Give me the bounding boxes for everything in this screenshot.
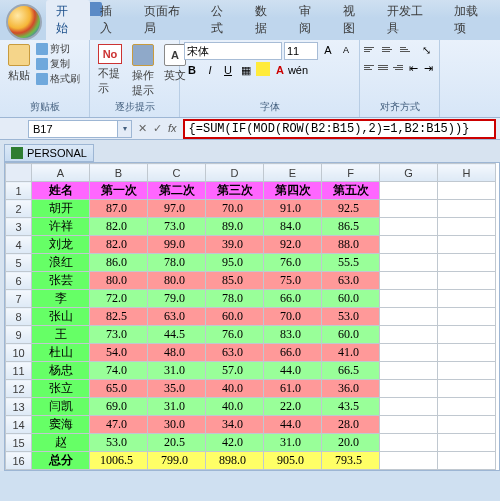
data-cell[interactable]: 66.0: [264, 344, 322, 362]
data-cell[interactable]: 42.0: [206, 434, 264, 452]
data-cell[interactable]: 31.0: [148, 398, 206, 416]
data-cell[interactable]: 63.0: [322, 272, 380, 290]
data-cell[interactable]: 92.0: [264, 236, 322, 254]
ribbon-tab-6[interactable]: 视图: [333, 0, 377, 40]
row-header[interactable]: 16: [6, 452, 32, 470]
data-cell[interactable]: 48.0: [148, 344, 206, 362]
data-cell[interactable]: 80.0: [148, 272, 206, 290]
header-cell[interactable]: 第三次: [206, 182, 264, 200]
name-cell[interactable]: 胡开: [32, 200, 90, 218]
ribbon-tab-3[interactable]: 公式: [201, 0, 245, 40]
data-cell[interactable]: 91.0: [264, 200, 322, 218]
office-button[interactable]: [6, 4, 42, 40]
ribbon-tab-2[interactable]: 页面布局: [134, 0, 202, 40]
total-cell[interactable]: 905.0: [264, 452, 322, 470]
data-cell[interactable]: 63.0: [148, 308, 206, 326]
data-cell[interactable]: 53.0: [322, 308, 380, 326]
row-header[interactable]: 7: [6, 290, 32, 308]
indent-dec-button[interactable]: ⇤: [407, 60, 420, 76]
total-cell[interactable]: 898.0: [206, 452, 264, 470]
row-header[interactable]: 6: [6, 272, 32, 290]
data-cell[interactable]: 70.0: [264, 308, 322, 326]
ribbon-tab-8[interactable]: 加载项: [444, 0, 500, 40]
data-cell[interactable]: 82.0: [90, 218, 148, 236]
row-header[interactable]: 4: [6, 236, 32, 254]
align-left-button[interactable]: [364, 60, 376, 74]
data-cell[interactable]: 60.0: [322, 290, 380, 308]
data-cell[interactable]: 84.0: [264, 218, 322, 236]
name-cell[interactable]: 张立: [32, 380, 90, 398]
paste-button[interactable]: 粘贴: [4, 42, 34, 85]
data-cell[interactable]: 86.0: [90, 254, 148, 272]
data-cell[interactable]: 41.0: [322, 344, 380, 362]
row-header[interactable]: 15: [6, 434, 32, 452]
row-header[interactable]: 5: [6, 254, 32, 272]
total-cell[interactable]: 793.5: [322, 452, 380, 470]
select-all-corner[interactable]: [6, 164, 32, 182]
name-cell[interactable]: 闫凯: [32, 398, 90, 416]
align-top-button[interactable]: [364, 42, 380, 56]
name-cell[interactable]: 杨忠: [32, 362, 90, 380]
no-tip-button[interactable]: No 不提示: [94, 42, 126, 98]
name-cell[interactable]: 杜山: [32, 344, 90, 362]
data-cell[interactable]: 99.0: [148, 236, 206, 254]
data-cell[interactable]: 79.0: [148, 290, 206, 308]
name-cell[interactable]: 许祥: [32, 218, 90, 236]
data-cell[interactable]: 78.0: [206, 290, 264, 308]
data-cell[interactable]: 75.0: [264, 272, 322, 290]
data-cell[interactable]: 47.0: [90, 416, 148, 434]
align-bottom-button[interactable]: [400, 42, 416, 56]
data-cell[interactable]: 82.5: [90, 308, 148, 326]
ribbon-tab-4[interactable]: 数据: [245, 0, 289, 40]
italic-button[interactable]: I: [202, 62, 218, 78]
data-cell[interactable]: 34.0: [206, 416, 264, 434]
data-cell[interactable]: 22.0: [264, 398, 322, 416]
indent-inc-button[interactable]: ⇥: [422, 60, 435, 76]
data-cell[interactable]: 31.0: [264, 434, 322, 452]
data-cell[interactable]: 83.0: [264, 326, 322, 344]
cut-button[interactable]: 剪切: [36, 42, 80, 56]
data-cell[interactable]: 76.0: [206, 326, 264, 344]
align-center-button[interactable]: [378, 60, 390, 74]
header-cell[interactable]: 姓名: [32, 182, 90, 200]
data-cell[interactable]: 80.0: [90, 272, 148, 290]
data-cell[interactable]: 40.0: [206, 380, 264, 398]
data-cell[interactable]: 54.0: [90, 344, 148, 362]
align-middle-button[interactable]: [382, 42, 398, 56]
data-cell[interactable]: 28.0: [322, 416, 380, 434]
row-header[interactable]: 13: [6, 398, 32, 416]
data-cell[interactable]: 35.0: [148, 380, 206, 398]
data-cell[interactable]: 88.0: [322, 236, 380, 254]
row-header[interactable]: 12: [6, 380, 32, 398]
row-header[interactable]: 2: [6, 200, 32, 218]
name-cell[interactable]: 王: [32, 326, 90, 344]
data-cell[interactable]: 20.5: [148, 434, 206, 452]
workbook-title-bar[interactable]: PERSONAL: [4, 144, 94, 162]
col-header[interactable]: B: [90, 164, 148, 182]
data-cell[interactable]: 53.0: [90, 434, 148, 452]
data-cell[interactable]: 78.0: [148, 254, 206, 272]
data-cell[interactable]: 69.0: [90, 398, 148, 416]
row-header[interactable]: 11: [6, 362, 32, 380]
data-cell[interactable]: 60.0: [322, 326, 380, 344]
data-cell[interactable]: 30.0: [148, 416, 206, 434]
name-cell[interactable]: 刘龙: [32, 236, 90, 254]
copy-button[interactable]: 复制: [36, 57, 80, 71]
row-header[interactable]: 14: [6, 416, 32, 434]
col-header[interactable]: F: [322, 164, 380, 182]
total-cell[interactable]: 799.0: [148, 452, 206, 470]
data-cell[interactable]: 95.0: [206, 254, 264, 272]
header-cell[interactable]: 第四次: [264, 182, 322, 200]
data-cell[interactable]: 92.5: [322, 200, 380, 218]
data-cell[interactable]: 44.5: [148, 326, 206, 344]
data-cell[interactable]: 66.5: [322, 362, 380, 380]
header-cell[interactable]: 第二次: [148, 182, 206, 200]
data-cell[interactable]: 40.0: [206, 398, 264, 416]
name-cell[interactable]: 浪红: [32, 254, 90, 272]
data-cell[interactable]: 55.5: [322, 254, 380, 272]
col-header[interactable]: E: [264, 164, 322, 182]
ribbon-tab-0[interactable]: 开始: [46, 0, 90, 40]
row-header[interactable]: 10: [6, 344, 32, 362]
fx-icon[interactable]: fx: [168, 122, 177, 135]
data-cell[interactable]: 61.0: [264, 380, 322, 398]
